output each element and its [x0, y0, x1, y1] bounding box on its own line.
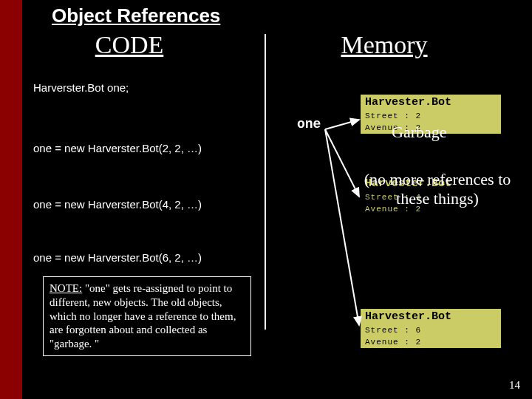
memory-box-row: Street : 6 — [361, 324, 501, 336]
svg-line-1 — [325, 129, 359, 197]
code-line-3: one = new Harverster.Bot(4, 2, …) — [33, 198, 202, 211]
note-box: NOTE: "one" gets re-assigned to point to… — [43, 276, 251, 356]
svg-line-0 — [325, 120, 359, 129]
code-line-2: one = new Harverster.Bot(2, 2, …) — [33, 142, 202, 154]
slide-number: 14 — [509, 379, 520, 392]
memory-box-header: Harvester.Bot — [361, 95, 501, 110]
overlay-note: (no more references to these things) — [364, 170, 511, 209]
slide-title: Object References — [52, 4, 220, 27]
vertical-divider — [265, 34, 266, 330]
memory-box-row: Avenue : 2 — [361, 336, 501, 348]
memory-heading: Memory — [325, 31, 443, 59]
garbage-label: Garbage — [392, 123, 447, 142]
red-sidebar — [0, 0, 22, 399]
memory-box-row: Street : 2 — [361, 110, 501, 122]
code-line-4: one = new Harverster.Bot(6, 2, …) — [33, 251, 202, 264]
memory-box-header: Harvester.Bot — [361, 309, 501, 324]
code-heading: CODE — [81, 31, 177, 59]
memory-box-3: Harvester.Bot Street : 6 Avenue : 2 — [361, 309, 501, 348]
note-lead: NOTE: — [50, 282, 82, 294]
svg-line-2 — [325, 129, 359, 325]
code-line-1: Harverster.Bot one; — [33, 81, 129, 94]
pointer-label: one — [297, 117, 321, 132]
